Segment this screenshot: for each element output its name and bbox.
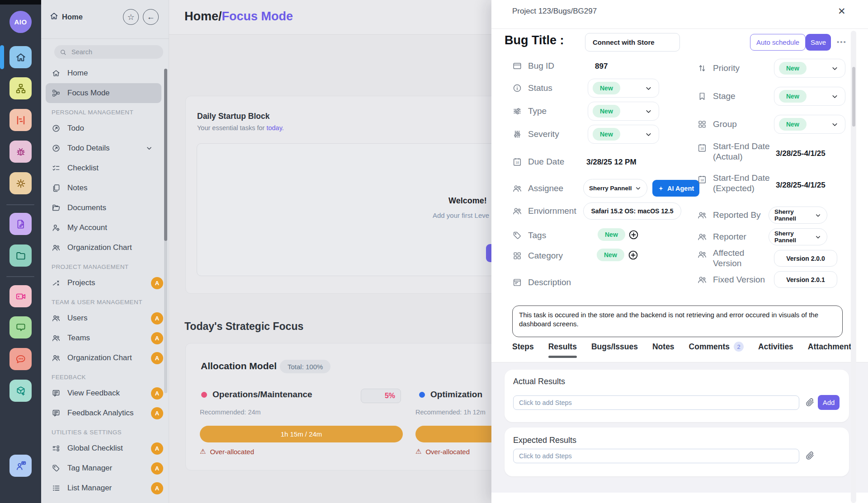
sidebar-item-checklist[interactable]: Checklist <box>46 158 161 178</box>
tab-comments-label: Comments <box>689 342 730 352</box>
back-button[interactable]: ← <box>143 9 159 25</box>
search-input[interactable] <box>71 48 147 56</box>
reported-by-dropdown[interactable]: Sherry Pannell <box>769 207 827 224</box>
rail-home-button[interactable] <box>9 46 32 68</box>
severity-dropdown[interactable]: New <box>588 125 659 144</box>
sliders-horizontal-icon <box>512 106 522 116</box>
allocation-percent-field[interactable]: 5% <box>361 389 401 403</box>
over-allocated-warning: ⚠ Over-allocated <box>200 447 254 456</box>
priority-dropdown[interactable]: New <box>774 59 845 78</box>
people-icon <box>52 314 61 323</box>
panel-scrollbar-thumb[interactable] <box>852 67 855 127</box>
attach-file-button[interactable] <box>804 397 815 408</box>
rail-automation-button[interactable] <box>9 172 32 194</box>
ai-agent-button[interactable]: AI Agent <box>652 180 699 197</box>
start-end-expected-value[interactable]: 3/28/25-4/1/25 <box>776 181 826 190</box>
sidebar-item-feedback-analytics[interactable]: Feedback Analytics A <box>46 403 161 423</box>
field-description: Description <box>512 276 571 289</box>
sidebar-item-view-feedback[interactable]: View Feedback A <box>46 383 161 403</box>
sidebar-item-global-checklist[interactable]: Global Checklist A <box>46 438 161 458</box>
avatar[interactable]: AIO <box>9 11 32 33</box>
panel-breadcrumb: Project 123/Bugs/BG297 <box>512 7 597 16</box>
rail-top-strip <box>0 0 41 5</box>
auto-schedule-button[interactable]: Auto schedule <box>750 34 806 51</box>
tab-attachments[interactable]: Attachments <box>808 342 856 352</box>
sidebar: Home ☆ ← Home Focus Mode PERSONAL MANAGE… <box>41 0 169 503</box>
tab-comments[interactable]: Comments 2 <box>689 342 744 352</box>
people-icon <box>697 232 707 242</box>
tab-bugs-issues[interactable]: Bugs/Issues <box>591 342 638 352</box>
sidebar-item-tag-manager[interactable]: Tag Manager A <box>46 458 161 478</box>
sidebar-item-projects[interactable]: Projects A <box>46 273 161 293</box>
affected-version-field[interactable]: Version 2.0.0 <box>774 250 837 267</box>
assignee-dropdown[interactable]: Sherry Pannell <box>583 179 647 197</box>
sidebar-scrollbar-thumb[interactable] <box>164 69 167 241</box>
sidebar-item-label: Teams <box>67 334 90 343</box>
sidebar-item-label: Todo Details <box>67 144 110 153</box>
more-options-button[interactable]: ••• <box>834 38 849 46</box>
tab-activities[interactable]: Activities <box>758 342 793 352</box>
save-button[interactable]: Save <box>806 34 831 51</box>
actual-results-title: Actual Results <box>513 377 565 386</box>
sidebar-nav: Home Focus Mode PERSONAL MANAGEMENT Todo… <box>46 63 161 498</box>
sidebar-item-list-manager[interactable]: List Manager A <box>46 478 161 498</box>
bug-title-input[interactable] <box>585 33 680 52</box>
group-dropdown[interactable]: New <box>774 115 845 134</box>
list-icon <box>52 484 61 493</box>
tab-steps[interactable]: Steps <box>512 342 534 352</box>
chevron-down-icon[interactable] <box>146 145 153 152</box>
sidebar-item-documents[interactable]: Documents <box>46 198 161 218</box>
rail-box-plus-button[interactable] <box>9 380 32 402</box>
rail-divider <box>6 204 34 205</box>
document-icon <box>512 277 522 287</box>
start-end-actual-value[interactable]: 3/28/25-4/1/25 <box>776 149 826 158</box>
gear-icon <box>15 178 27 189</box>
add-actual-result-button[interactable]: Add <box>818 395 840 410</box>
today-link[interactable]: today. <box>266 124 283 132</box>
tab-notes[interactable]: Notes <box>652 342 675 352</box>
rail-chat-button[interactable] <box>9 316 32 338</box>
sidebar-item-label: Tag Manager <box>67 464 112 473</box>
sidebar-item-teams[interactable]: Teams A <box>46 328 161 348</box>
add-category-button[interactable] <box>627 249 639 261</box>
comments-count-badge: 2 <box>734 342 744 352</box>
sidebar-item-focus-mode[interactable]: Focus Mode <box>46 83 161 103</box>
actual-results-card: Actual Results Add <box>505 370 849 422</box>
close-button[interactable]: ✕ <box>835 5 849 17</box>
breadcrumb-root[interactable]: Home/ <box>184 9 222 23</box>
environment-field[interactable]: Safari 15.2 OS: macOS 12.5 <box>583 202 681 220</box>
sidebar-item-label: Todo <box>67 124 84 133</box>
rail-video-button[interactable] <box>9 285 32 307</box>
sidebar-item-organization-chart-2[interactable]: Organization Chart A <box>46 348 161 368</box>
sidebar-item-notes[interactable]: Notes <box>46 178 161 198</box>
sidebar-item-organization-chart[interactable]: Organization Chart <box>46 238 161 258</box>
type-dropdown[interactable]: New <box>588 102 659 121</box>
rail-gantt-button[interactable] <box>9 109 32 131</box>
favorite-button[interactable]: ☆ <box>123 9 139 25</box>
sidebar-item-todo[interactable]: Todo <box>46 118 161 138</box>
reporter-dropdown[interactable]: Sherry Pannell <box>769 228 827 245</box>
status-dropdown[interactable]: New <box>588 79 659 98</box>
sidebar-item-todo-details[interactable]: Todo Details <box>46 138 161 158</box>
actual-results-input[interactable] <box>513 395 799 410</box>
sidebar-item-label: Notes <box>67 183 87 193</box>
add-tag-button[interactable] <box>628 229 639 240</box>
fixed-version-field[interactable]: Version 2.0.1 <box>774 271 837 288</box>
rail-support-button[interactable] <box>9 455 32 477</box>
rail-bugs-button[interactable] <box>9 141 32 163</box>
rail-org-chart-button[interactable] <box>9 77 32 99</box>
expected-results-input[interactable] <box>513 449 799 463</box>
sidebar-item-users[interactable]: Users A <box>46 308 161 328</box>
attach-file-button[interactable] <box>804 450 815 461</box>
rail-doc-edit-button[interactable] <box>9 213 32 235</box>
sidebar-item-home[interactable]: Home <box>46 63 161 83</box>
chevron-down-icon <box>815 212 821 219</box>
rail-feedback-button[interactable] <box>9 348 32 370</box>
rail-folder-button[interactable] <box>9 244 32 267</box>
due-date-value[interactable]: 3/28/25 12 PM <box>586 158 637 167</box>
tab-results[interactable]: Results <box>548 342 577 352</box>
sidebar-item-my-account[interactable]: My Account <box>46 218 161 238</box>
todo-icon <box>52 124 61 133</box>
description-textarea[interactable]: This task is occured in the store and th… <box>512 306 843 337</box>
stage-dropdown[interactable]: New <box>774 87 845 106</box>
